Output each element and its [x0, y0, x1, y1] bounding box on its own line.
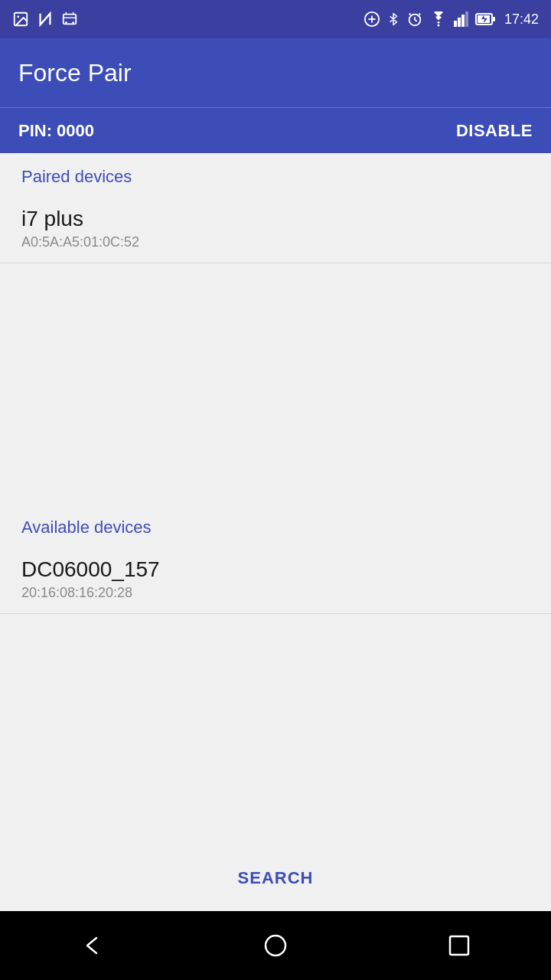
- paired-devices-section: Paired devices i7 plus A0:5A:A5:01:0C:52: [0, 153, 551, 263]
- add-circle-icon: [364, 11, 380, 28]
- status-icons-right: 17:42: [364, 11, 539, 28]
- status-time: 17:42: [504, 11, 539, 28]
- signal-icon: [454, 11, 469, 27]
- available-devices-section: Available devices DC06000_157 20:16:08:1…: [0, 504, 551, 614]
- svg-rect-15: [454, 21, 457, 27]
- svg-rect-21: [493, 17, 495, 21]
- available-device-name: DC06000_157: [21, 557, 530, 582]
- svg-rect-17: [461, 15, 465, 27]
- paired-device-item[interactable]: i7 plus A0:5A:A5:01:0C:52: [0, 194, 551, 263]
- battery-icon: [475, 12, 495, 26]
- pin-bar: PIN: 0000 DISABLE: [0, 107, 551, 153]
- bus-icon: [61, 11, 78, 28]
- svg-point-1: [17, 15, 19, 18]
- image-icon: [12, 11, 29, 28]
- svg-line-13: [415, 20, 417, 21]
- paired-device-address: A0:5A:A5:01:0C:52: [21, 234, 530, 250]
- middle-spacer: [0, 263, 551, 504]
- back-button[interactable]: [61, 923, 122, 969]
- available-device-item[interactable]: DC06000_157 20:16:08:16:20:28: [0, 545, 551, 614]
- search-button[interactable]: SEARCH: [238, 868, 314, 888]
- content-area: Paired devices i7 plus A0:5A:A5:01:0C:52…: [0, 153, 551, 911]
- wifi-icon: [429, 11, 448, 27]
- svg-rect-23: [450, 936, 468, 955]
- pin-text: PIN: 0000: [18, 121, 94, 141]
- svg-rect-18: [465, 11, 468, 27]
- bluetooth-icon: [386, 11, 400, 28]
- available-devices-header: Available devices: [0, 504, 551, 545]
- lower-spacer: [0, 614, 551, 854]
- status-bar: 17:42: [0, 0, 551, 38]
- svg-point-14: [437, 24, 439, 27]
- available-device-address: 20:16:08:16:20:28: [21, 585, 530, 601]
- recents-icon: [447, 933, 471, 958]
- search-area: SEARCH: [0, 854, 551, 911]
- svg-rect-16: [458, 18, 461, 27]
- paired-devices-header: Paired devices: [0, 153, 551, 194]
- svg-point-22: [266, 936, 285, 956]
- disable-button[interactable]: DISABLE: [456, 121, 533, 141]
- alarm-icon: [406, 11, 423, 28]
- app-bar: Force Pair: [0, 38, 551, 107]
- back-icon: [78, 932, 106, 959]
- svg-point-5: [72, 21, 74, 24]
- app-title: Force Pair: [18, 59, 132, 87]
- status-icons-left: [12, 11, 78, 28]
- home-button[interactable]: [245, 923, 306, 969]
- svg-point-4: [65, 21, 67, 24]
- recents-button[interactable]: [429, 923, 490, 969]
- home-icon: [262, 932, 289, 959]
- nav-bar: [0, 911, 551, 980]
- n-icon: [37, 11, 54, 28]
- paired-device-name: i7 plus: [21, 207, 530, 231]
